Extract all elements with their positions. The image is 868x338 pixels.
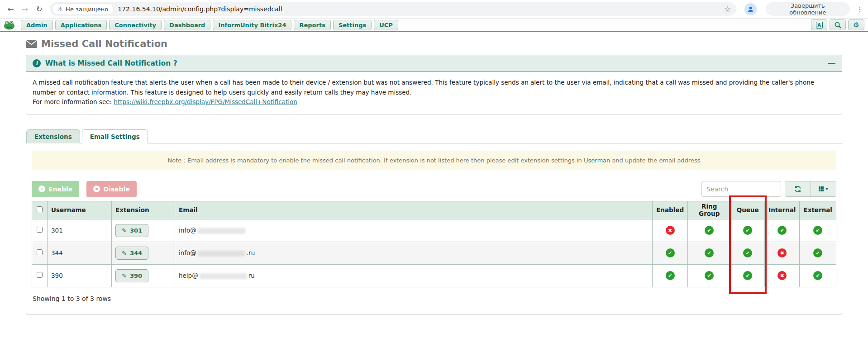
check-circle-icon: ✔ — [666, 271, 675, 280]
email-cell: info@.ru — [175, 242, 653, 264]
extension-edit-button[interactable]: ✎301 — [115, 224, 148, 237]
columns-toggle-button[interactable]: ▾ — [811, 181, 836, 196]
info-panel-title: What is Missed Call Notification ? — [45, 59, 177, 67]
x-circle-icon: ✖ — [777, 271, 787, 280]
status-cell-queue: ✔ — [731, 219, 765, 242]
note-text-after: and update the email address — [610, 157, 700, 164]
extension-cell: ✎301 — [112, 219, 175, 242]
col-enabled[interactable]: Enabled — [653, 201, 688, 219]
tab-extensions[interactable]: Extensions — [26, 129, 80, 143]
extensions-panel: Note : Email address is mandatory to ena… — [26, 143, 842, 314]
back-icon[interactable]: ← — [5, 3, 17, 15]
col-ring-group[interactable]: Ring Group — [688, 201, 731, 219]
redacted-email-blur — [198, 251, 245, 257]
finish-update-button[interactable]: Завершить обновление — [766, 2, 850, 16]
select-all-checkbox[interactable] — [37, 206, 43, 212]
col-external[interactable]: External — [800, 201, 836, 219]
check-circle-icon: ✔ — [38, 186, 45, 192]
security-chip[interactable]: ⚠ Не защищено — [52, 4, 113, 14]
nav-item-dashboard[interactable]: Dashboard — [164, 20, 210, 30]
table-toolbar: ✔ Enable ✖ Disable — [32, 181, 836, 197]
edit-pencil-icon: ✎ — [122, 227, 127, 234]
translate-button[interactable]: A — [811, 19, 827, 30]
extensions-table: Username Extension Email Enabled Ring Gr… — [32, 201, 836, 287]
pagination-summary: Showing 1 to 3 of 3 rows — [32, 295, 836, 302]
userman-link[interactable]: Userman — [584, 157, 610, 164]
username-cell: 344 — [48, 242, 112, 264]
settings-button[interactable]: ⚙ — [848, 19, 864, 30]
person-icon — [747, 5, 754, 13]
info-panel-header: i What is Missed Call Notification ? — [26, 55, 842, 72]
check-circle-icon: ✔ — [743, 226, 752, 235]
browser-menu-icon[interactable]: ⋮ — [856, 5, 863, 14]
select-all-cell — [32, 201, 48, 219]
email-cell: help@ru — [175, 264, 653, 287]
row-select-cell — [32, 242, 48, 264]
bookmark-star-icon[interactable]: ☆ — [724, 5, 734, 14]
page-title: Missed Call Notification — [26, 38, 842, 49]
extension-edit-button[interactable]: ✎390 — [115, 269, 148, 282]
status-cell-ring_group: ✔ — [688, 219, 731, 242]
col-internal[interactable]: Internal — [765, 201, 800, 219]
check-circle-icon: ✔ — [705, 226, 714, 235]
nav-item-reports[interactable]: Reports — [294, 20, 330, 30]
forward-icon[interactable]: → — [19, 3, 31, 15]
more-info-label: For more information see: — [33, 98, 114, 105]
info-circle-icon: i — [33, 59, 41, 67]
username-cell: 301 — [48, 219, 112, 242]
status-cell-enabled: ✔ — [653, 242, 688, 264]
info-panel-body: A missed call notification feature that … — [26, 72, 842, 114]
nav-item-ucp[interactable]: UCP — [374, 20, 398, 30]
row-checkbox[interactable] — [37, 272, 43, 278]
gear-icon: ⚙ — [853, 21, 859, 29]
nav-item-applications[interactable]: Applications — [55, 20, 107, 30]
check-circle-icon: ✔ — [666, 248, 675, 257]
status-cell-ring_group: ✔ — [688, 242, 731, 264]
col-queue[interactable]: Queue — [731, 201, 765, 219]
enable-button[interactable]: ✔ Enable — [32, 181, 79, 197]
status-cell-external: ✔ — [800, 219, 836, 242]
tab-email-settings[interactable]: Email Settings — [82, 129, 148, 143]
freepbx-logo[interactable] — [4, 20, 15, 30]
url-text[interactable]: 172.16.54.10/admin/config.php?display=mi… — [118, 5, 282, 13]
info-description: A missed call notification feature that … — [33, 79, 814, 96]
check-circle-icon: ✔ — [777, 226, 787, 235]
search-input[interactable] — [701, 181, 781, 197]
tab-bar: Extensions Email Settings — [26, 129, 842, 143]
collapse-minus-icon[interactable] — [828, 63, 835, 64]
col-email[interactable]: Email — [175, 201, 653, 219]
table-body: 301✎301info@✖✔✔✔✔344✎344info@.ru✔✔✔✖✔390… — [32, 219, 836, 287]
row-checkbox[interactable] — [37, 249, 43, 255]
col-extension[interactable]: Extension — [112, 201, 175, 219]
row-checkbox[interactable] — [37, 227, 43, 233]
address-bar[interactable]: ⚠ Не защищено 172.16.54.10/admin/config.… — [50, 2, 736, 16]
info-panel: i What is Missed Call Notification ? A m… — [26, 55, 842, 114]
nav-item-informunity-bitrix24[interactable]: InformUnity Bitrix24 — [213, 20, 291, 30]
nav-item-connectivity[interactable]: Connectivity — [109, 20, 162, 30]
status-cell-ring_group: ✔ — [688, 264, 731, 287]
status-cell-external: ✔ — [800, 242, 836, 264]
check-circle-icon: ✔ — [813, 248, 822, 257]
nav-item-admin[interactable]: Admin — [21, 20, 53, 30]
nav-item-settings[interactable]: Settings — [333, 20, 372, 30]
table-row: 344✎344info@.ru✔✔✔✖✔ — [32, 242, 836, 264]
username-cell: 390 — [48, 264, 112, 287]
disable-button[interactable]: ✖ Disable — [86, 181, 137, 197]
status-cell-enabled: ✖ — [653, 219, 688, 242]
refresh-button[interactable] — [785, 181, 811, 196]
extension-edit-button[interactable]: ✎344 — [115, 247, 148, 260]
status-cell-queue: ✔ — [731, 264, 765, 287]
status-cell-internal: ✖ — [765, 242, 800, 264]
warning-icon: ⚠ — [57, 6, 63, 13]
security-label: Не защищено — [66, 6, 108, 13]
freepbx-navbar: Admin Applications Connectivity Dashboar… — [0, 19, 868, 32]
wiki-link[interactable]: https://wiki.freepbx.org/display/FPG/Mis… — [114, 98, 297, 105]
note-text: Note : Email address is mandatory to ena… — [168, 157, 584, 164]
profile-avatar[interactable] — [744, 3, 757, 15]
search-button[interactable] — [830, 19, 846, 30]
browser-toolbar: ← → ↻ ⚠ Не защищено 172.16.54.10/admin/c… — [0, 0, 868, 19]
reload-icon[interactable]: ↻ — [33, 3, 45, 15]
col-username[interactable]: Username — [48, 201, 112, 219]
extension-cell: ✎344 — [112, 242, 175, 264]
check-circle-icon: ✔ — [743, 271, 752, 280]
